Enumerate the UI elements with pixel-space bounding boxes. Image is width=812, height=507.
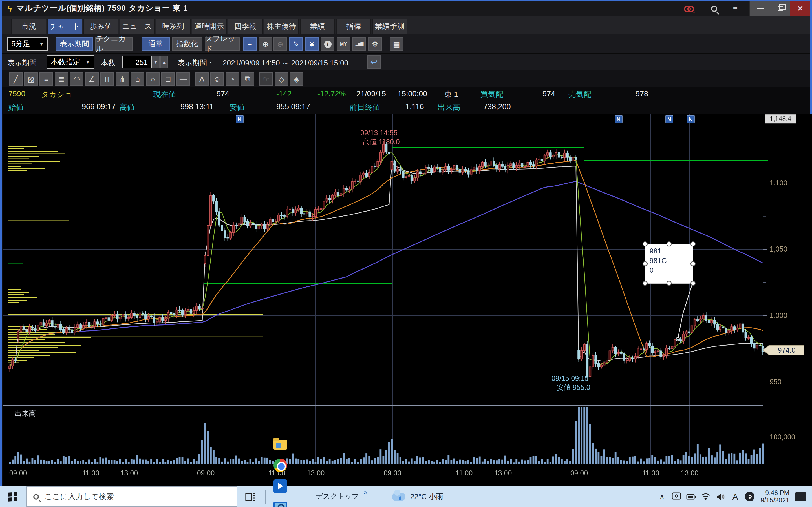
selection-handle[interactable]	[691, 262, 695, 266]
close-button[interactable]: ✕	[790, 1, 810, 16]
chevron-icon[interactable]: »	[364, 488, 367, 496]
hand-tool[interactable]: ☞	[259, 72, 273, 86]
ellipse-tool[interactable]: ○	[146, 72, 160, 86]
text-tool[interactable]: A	[195, 72, 209, 86]
quote-row-bottom: 始値 966 09:17 高値 998 13:11 安値 955 09:17 前…	[2, 101, 810, 114]
search-icon[interactable]	[705, 1, 722, 16]
tab-時系列[interactable]: 時系列	[156, 18, 191, 34]
hidden-icons-chevron[interactable]: ∧	[655, 486, 669, 507]
selection-handle[interactable]	[643, 242, 647, 246]
file-explorer-icon[interactable]	[267, 434, 293, 455]
chart-text: 13:00	[494, 469, 512, 477]
cast-device-icon[interactable]	[669, 486, 684, 507]
info-icon[interactable]: i	[321, 37, 335, 51]
volume-bar	[530, 457, 532, 464]
horizontal-line-tool[interactable]: —	[176, 72, 190, 86]
reset-range-button[interactable]: ↩	[367, 55, 380, 69]
tab-四季報[interactable]: 四季報	[228, 18, 263, 34]
selection-handle[interactable]	[691, 281, 695, 286]
magnifier-app-icon[interactable]	[267, 497, 293, 507]
count-up-button[interactable]: ▲	[160, 56, 168, 68]
tab-歩み値[interactable]: 歩み値	[84, 18, 118, 34]
copy-object-tool[interactable]: ⧉	[241, 72, 254, 86]
parallel-lines-tool[interactable]: ▨	[24, 72, 38, 86]
gann-lines-tool[interactable]: ≣	[55, 72, 68, 86]
pitchfork-tool[interactable]: ⋔	[116, 72, 129, 86]
tab-ニュース[interactable]: ニュース	[119, 18, 154, 34]
taskbar-search-input[interactable]: ここに入力して検索	[26, 486, 238, 507]
candlestick	[150, 317, 152, 317]
battery-icon[interactable]	[684, 486, 699, 507]
desktop-toolbar[interactable]: デスクトップ »	[316, 492, 367, 501]
wifi-icon[interactable]	[699, 486, 713, 507]
candlestick	[108, 318, 110, 320]
tab-業績予測[interactable]: 業績予測	[372, 18, 407, 34]
windows-taskbar: ここに入力して検索 デスクトップ » 22°C 小雨 ∧	[0, 486, 812, 507]
candlestick	[394, 162, 396, 171]
yen-icon[interactable]: ¥	[305, 37, 319, 51]
weather-widget[interactable]: 22°C 小雨	[392, 492, 443, 502]
area-chart-icon[interactable]: ▂▅▇	[352, 37, 366, 51]
fib-timezone-tool[interactable]: |||	[100, 72, 114, 86]
minimize-button[interactable]	[749, 1, 770, 16]
count-down-button[interactable]: ▼	[152, 56, 160, 68]
speaker-icon[interactable]	[713, 486, 728, 507]
bar-count-input[interactable]: 251	[122, 56, 152, 68]
candlestick	[697, 320, 699, 320]
fib-arc-tool[interactable]: ◠	[70, 72, 84, 86]
pencil-icon[interactable]: ✎	[289, 37, 303, 51]
zoom-in-icon[interactable]: ⊕	[259, 37, 272, 51]
start-button[interactable]	[0, 486, 26, 507]
toolbar-button-通常[interactable]: 通常	[142, 37, 170, 51]
menu-icon[interactable]: ≡	[727, 1, 744, 16]
fib-fan-tool[interactable]: ∠	[85, 72, 99, 86]
volume-bar	[204, 423, 206, 464]
period-mode-select[interactable]: 本数指定▼	[47, 55, 94, 69]
time-cycle-tool[interactable]: ◔	[225, 72, 239, 86]
restore-button[interactable]	[770, 1, 790, 16]
eraser-all-tool[interactable]: ◈	[290, 72, 303, 86]
selection-handle[interactable]	[643, 262, 647, 266]
chrome-icon[interactable]	[267, 455, 293, 476]
taskbar-clock[interactable]: 9:46 PM 9/15/2021	[757, 489, 794, 504]
my-chart-icon[interactable]: MY	[337, 37, 350, 51]
selection-handle[interactable]	[667, 242, 671, 246]
selection-handle[interactable]	[643, 281, 647, 286]
tab-株主優待[interactable]: 株主優待	[264, 18, 299, 34]
fib-retracement-tool[interactable]: ≡	[40, 72, 53, 86]
zoom-out-icon[interactable]: ⊖	[273, 37, 287, 51]
video-app-icon[interactable]	[267, 476, 293, 497]
volume-bar	[17, 452, 19, 464]
pentagon-tool[interactable]: ⌂	[131, 72, 144, 86]
selection-handle[interactable]	[691, 242, 695, 246]
toolbar-button-スプレッド[interactable]: スプレッド	[205, 37, 240, 51]
link-icon[interactable]: 1	[680, 1, 698, 16]
tab-市況[interactable]: 市況	[11, 18, 46, 34]
ime-icon[interactable]	[743, 486, 757, 507]
eraser-tool[interactable]: ◇	[274, 72, 288, 86]
timeframe-select[interactable]: 5分足▼	[7, 37, 48, 51]
task-view-icon[interactable]	[238, 486, 263, 507]
crosshair-icon[interactable]: +	[243, 37, 257, 51]
notification-center-icon[interactable]	[795, 492, 806, 501]
price-chart[interactable]: 1,1001,0501,00095009:0011:0013:0009:0011…	[3, 114, 812, 487]
tab-業績[interactable]: 業績	[300, 18, 335, 34]
candlestick	[351, 182, 353, 189]
printer-icon[interactable]: ▤	[390, 37, 403, 51]
chart-canvas[interactable]: 1,1001,0501,00095009:0011:0013:0009:0011…	[3, 114, 812, 487]
toolbar-button-表示期間[interactable]: 表示期間	[56, 37, 93, 51]
selection-handle[interactable]	[667, 281, 671, 286]
volume-bar	[736, 460, 738, 464]
trendline-tool[interactable]: ╱	[9, 72, 22, 86]
icon-stamp-tool[interactable]: ☺	[210, 72, 224, 86]
volume-bar	[496, 460, 498, 464]
tab-適時開示[interactable]: 適時開示	[192, 18, 227, 34]
toolbar-button-テクニカル[interactable]: テクニカル	[95, 37, 133, 51]
candlestick	[722, 327, 724, 328]
toolbar-button-指数化[interactable]: 指数化	[172, 37, 202, 51]
tab-チャート[interactable]: チャート	[47, 18, 82, 34]
ime-mode-indicator[interactable]: A	[728, 486, 743, 507]
wrench-icon[interactable]: ⚙	[368, 37, 382, 51]
tab-指標[interactable]: 指標	[336, 18, 371, 34]
rectangle-tool[interactable]: □	[161, 72, 175, 86]
